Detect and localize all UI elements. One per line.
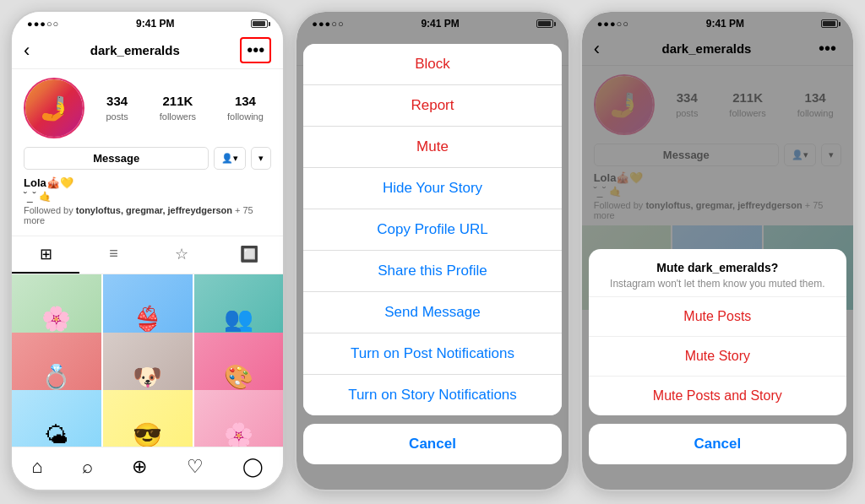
display-name: Lola🎪💛 xyxy=(24,176,271,189)
photo-cell: 😎 xyxy=(103,390,193,447)
screenshot-container: ●●●○○ 9:41 PM ‹ dark_emeralds ••• 🤳 334 xyxy=(0,0,865,504)
avatar: 🤳 xyxy=(24,78,84,138)
battery-area xyxy=(251,19,268,28)
mute-dialog-title: Mute dark_emeralds? xyxy=(602,261,833,274)
action-post-notifications[interactable]: Turn on Post Notifications xyxy=(303,333,561,375)
mute-dialog-overlay: Mute dark_emeralds? Instagram won't let … xyxy=(582,12,853,490)
profile-handle: ˘_˘ 🤙 xyxy=(24,191,271,203)
followed-by: Followed by tonyloftus, gregmar, jeffrey… xyxy=(24,205,271,225)
message-button[interactable]: Message xyxy=(24,147,209,170)
mute-dialog-header: Mute dark_emeralds? Instagram won't let … xyxy=(589,249,846,297)
action-share-profile[interactable]: Share this Profile xyxy=(303,251,561,292)
grid-tab-photos[interactable]: ⊞ xyxy=(12,236,79,274)
photo-grid: 🌸 👙 👥 💍 🐶 🎨 🌤 😎 🌸 xyxy=(12,274,283,447)
battery-icon xyxy=(251,19,268,28)
following-stat: 134 following xyxy=(227,94,264,123)
search-icon[interactable]: ⌕ xyxy=(82,456,93,478)
status-bar-1: ●●●○○ 9:41 PM xyxy=(12,12,283,32)
mute-posts-and-story-option[interactable]: Mute Posts and Story xyxy=(589,377,846,415)
action-block[interactable]: Block xyxy=(303,44,561,85)
photo-cell: 🌸 xyxy=(194,390,284,447)
stats-row: 334 posts 211K followers 134 following xyxy=(98,94,271,123)
mute-posts-option[interactable]: Mute Posts xyxy=(589,297,846,337)
followers-label: followers xyxy=(160,111,196,122)
action-cancel-button[interactable]: Cancel xyxy=(303,424,561,464)
action-story-notifications[interactable]: Turn on Story Notifications xyxy=(303,375,561,415)
followers-stat: 211K followers xyxy=(160,94,196,123)
profile-section: 🤳 334 posts 211K followers 134 following xyxy=(12,69,283,230)
action-hide-story[interactable]: Hide Your Story xyxy=(303,168,561,209)
phone-mute-dialog: ●●●○○ 9:41 PM ‹ dark_emeralds ••• 🤳 334 xyxy=(580,10,855,491)
action-mute[interactable]: Mute xyxy=(303,127,561,168)
grid-tab-tagged[interactable]: ☆ xyxy=(148,236,215,274)
grid-tab-list[interactable]: ≡ xyxy=(79,236,147,274)
bottom-nav: ⌂ ⌕ ⊕ ♡ ◯ xyxy=(12,447,283,490)
action-sheet: Block Report Mute Hide Your Story Copy P… xyxy=(303,44,561,415)
mute-story-option[interactable]: Mute Story xyxy=(589,337,846,377)
mute-cancel-button[interactable]: Cancel xyxy=(589,424,846,464)
action-send-message[interactable]: Send Message xyxy=(303,292,561,333)
person-dropdown-button[interactable]: 👤▾ xyxy=(214,147,246,170)
more-button[interactable]: ••• xyxy=(240,37,271,63)
heart-icon[interactable]: ♡ xyxy=(187,456,204,478)
mute-dialog-subtitle: Instagram won't let them know you muted … xyxy=(602,278,833,290)
home-icon[interactable]: ⌂ xyxy=(31,456,42,478)
signal-dots: ●●●○○ xyxy=(27,19,59,29)
posts-label: posts xyxy=(106,111,128,122)
phone-action-sheet: ●●●○○ 9:41 PM ‹ dark_emeralds ••• 🤳 334 xyxy=(295,10,569,491)
add-icon[interactable]: ⊕ xyxy=(132,456,147,478)
phone-profile: ●●●○○ 9:41 PM ‹ dark_emeralds ••• 🤳 334 xyxy=(10,10,285,491)
grid-tab-saved[interactable]: 🔲 xyxy=(215,236,283,274)
profile-icon[interactable]: ◯ xyxy=(242,456,264,478)
profile-actions: Message 👤▾ ▾ xyxy=(24,147,271,170)
action-copy-url[interactable]: Copy Profile URL xyxy=(303,209,561,251)
following-count: 134 xyxy=(227,94,264,108)
back-button[interactable]: ‹ xyxy=(24,40,30,62)
followers-count: 211K xyxy=(160,94,196,108)
action-report[interactable]: Report xyxy=(303,85,561,127)
profile-top: 🤳 334 posts 211K followers 134 following xyxy=(24,78,271,138)
following-label: following xyxy=(227,111,264,122)
battery-fill xyxy=(253,21,265,26)
posts-count: 334 xyxy=(106,94,128,108)
avatar-image: 🤳 xyxy=(25,79,83,137)
action-sheet-overlay: Block Report Mute Hide Your Story Copy P… xyxy=(296,12,568,490)
more-options-button[interactable]: ▾ xyxy=(251,147,271,170)
nav-bar-1: ‹ dark_emeralds ••• xyxy=(12,32,283,69)
posts-stat: 334 posts xyxy=(106,94,128,123)
photo-cell: 🌤 xyxy=(12,390,101,447)
nav-username: dark_emeralds xyxy=(90,43,180,57)
grid-tabs: ⊞ ≡ ☆ 🔲 xyxy=(12,236,283,274)
mute-dialog: Mute dark_emeralds? Instagram won't let … xyxy=(589,249,846,415)
time-display: 9:41 PM xyxy=(136,18,174,30)
